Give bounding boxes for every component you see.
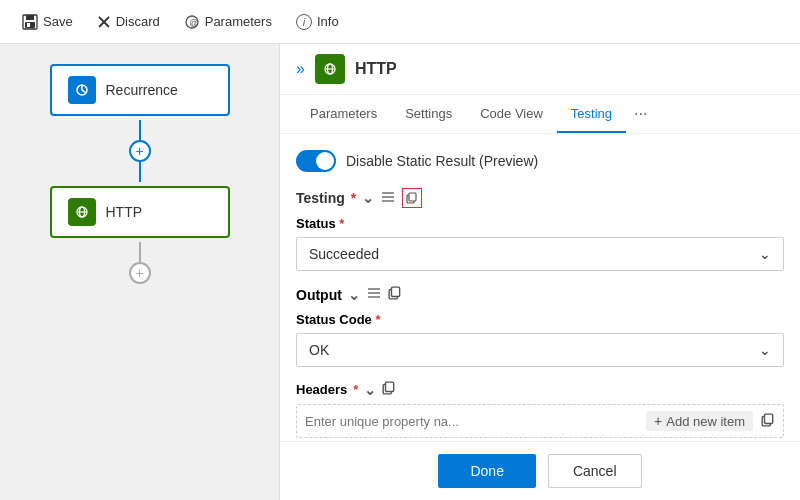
recurrence-node[interactable]: Recurrence [50, 64, 230, 116]
output-section: Output ⌄ Status Code * [296, 285, 784, 438]
tab-testing[interactable]: Testing [557, 96, 626, 133]
headers-copy-icon[interactable] [382, 381, 396, 398]
headers-section: Headers * ⌄ + Add new item [296, 381, 784, 438]
recurrence-label: Recurrence [106, 82, 178, 98]
testing-chevron-down-icon[interactable]: ⌄ [362, 190, 374, 206]
status-code-value: OK [309, 342, 329, 358]
done-button[interactable]: Done [438, 454, 535, 488]
add-icon: + [654, 413, 662, 429]
headers-input-row: + Add new item [296, 404, 784, 438]
recurrence-icon [68, 76, 96, 104]
svg-text:@: @ [189, 18, 198, 28]
output-label: Output [296, 287, 342, 303]
info-icon: i [296, 14, 312, 30]
connector-2: + [129, 242, 151, 284]
output-header: Output ⌄ [296, 285, 784, 304]
parameters-icon: @ [184, 14, 200, 30]
svg-rect-26 [386, 382, 394, 391]
svg-rect-3 [27, 23, 30, 27]
output-chevron-down-icon[interactable]: ⌄ [348, 287, 360, 303]
status-value: Succeeded [309, 246, 379, 262]
svg-rect-28 [765, 414, 773, 423]
save-label: Save [43, 14, 73, 29]
http-icon [68, 198, 96, 226]
save-icon [22, 14, 38, 30]
expand-icon[interactable]: » [296, 60, 305, 78]
output-list-icon[interactable] [366, 285, 382, 304]
svg-rect-19 [409, 193, 416, 201]
toggle-label: Disable Static Result (Preview) [346, 153, 538, 169]
testing-list-icon[interactable] [380, 189, 396, 208]
toggle-row: Disable Static Result (Preview) [296, 150, 784, 172]
testing-copy-icon[interactable] [402, 188, 422, 208]
cancel-button[interactable]: Cancel [548, 454, 642, 488]
discard-button[interactable]: Discard [87, 10, 170, 33]
connector-line-2 [139, 162, 141, 182]
status-code-chevron-down-icon: ⌄ [759, 342, 771, 358]
status-code-required: * [375, 312, 380, 327]
headers-chevron-down-icon[interactable]: ⌄ [364, 382, 376, 398]
info-label: Info [317, 14, 339, 29]
add-new-item-button[interactable]: + Add new item [646, 411, 753, 431]
svg-rect-1 [26, 15, 34, 20]
status-code-dropdown[interactable]: OK ⌄ [296, 333, 784, 367]
close-icon [97, 15, 111, 29]
tab-code-view[interactable]: Code View [466, 96, 557, 133]
connector-line-3 [139, 242, 141, 262]
main-content: Recurrence + HTTP + [0, 44, 800, 500]
info-button[interactable]: i Info [286, 10, 349, 34]
status-dropdown[interactable]: Succeeded ⌄ [296, 237, 784, 271]
tabs-bar: Parameters Settings Code View Testing ··… [280, 95, 800, 134]
canvas-panel: Recurrence + HTTP + [0, 44, 280, 500]
svg-rect-24 [391, 287, 399, 296]
tab-settings[interactable]: Settings [391, 96, 466, 133]
testing-label: Testing [296, 190, 345, 206]
output-copy-icon[interactable] [388, 286, 402, 303]
panel-content: Disable Static Result (Preview) Testing … [280, 134, 800, 441]
parameters-label: Parameters [205, 14, 272, 29]
http-label: HTTP [106, 204, 143, 220]
connector-line [139, 120, 141, 140]
status-chevron-down-icon: ⌄ [759, 246, 771, 262]
status-field-label: Status [296, 216, 336, 231]
discard-label: Discard [116, 14, 160, 29]
status-required: * [339, 216, 344, 231]
add-item-label: Add new item [666, 414, 745, 429]
detail-header: » HTTP [280, 44, 800, 95]
status-code-section: Status Code * OK ⌄ [296, 312, 784, 367]
detail-node-icon [315, 54, 345, 84]
toolbar: Save Discard @ Parameters i Info [0, 0, 800, 44]
detail-panel: » HTTP Parameters Settings Code View Tes… [280, 44, 800, 500]
disable-static-result-toggle[interactable] [296, 150, 336, 172]
save-button[interactable]: Save [12, 10, 83, 34]
headers-row-copy-icon[interactable] [761, 413, 775, 430]
panel-footer: Done Cancel [280, 441, 800, 500]
headers-label: Headers [296, 382, 347, 397]
parameters-button[interactable]: @ Parameters [174, 10, 282, 34]
testing-section-header: Testing * ⌄ [296, 188, 784, 208]
detail-title: HTTP [355, 60, 397, 78]
tab-parameters[interactable]: Parameters [296, 96, 391, 133]
headers-property-input[interactable] [305, 414, 642, 429]
headers-required: * [353, 382, 358, 397]
status-section: Status * Succeeded ⌄ [296, 216, 784, 271]
connector-1: + [129, 120, 151, 182]
more-tabs-button[interactable]: ··· [626, 95, 655, 133]
http-node[interactable]: HTTP [50, 186, 230, 238]
testing-required: * [351, 190, 356, 206]
status-code-label: Status Code [296, 312, 372, 327]
add-step-button-1[interactable]: + [129, 140, 151, 162]
add-step-button-2[interactable]: + [129, 262, 151, 284]
